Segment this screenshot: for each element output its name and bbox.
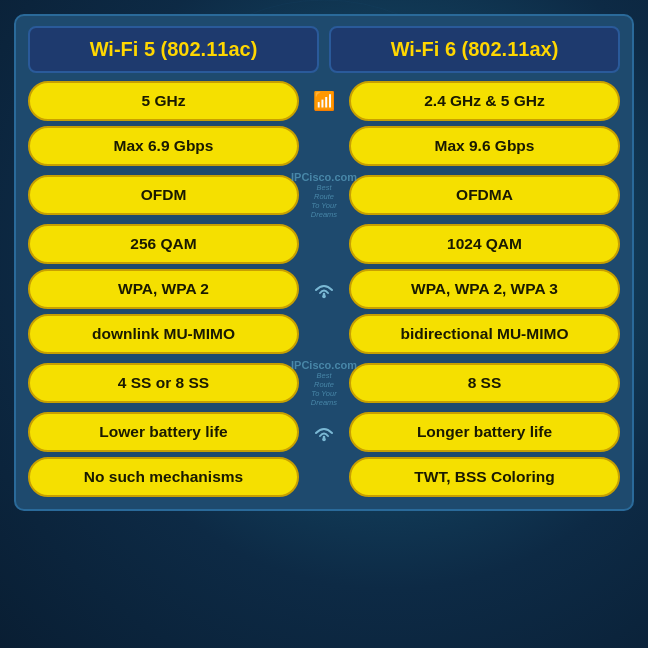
watermark-brand-1: IPCisco.com [291, 171, 357, 183]
comparison-table: 5 GHz 📶 2.4 GHz & 5 GHz Max 6.9 Gbps Max… [28, 81, 620, 497]
cell-wifi6-ofdma: OFDMA [349, 175, 620, 215]
cell-wifi6-wpa: WPA, WPA 2, WPA 3 [349, 269, 620, 309]
main-container: Wi-Fi 5 (802.11ac) Wi-Fi 6 (802.11ax) 5 … [14, 14, 634, 511]
cell-wifi5-ss: 4 SS or 8 SS [28, 363, 299, 403]
cell-wifi5-ofdm: OFDM [28, 175, 299, 215]
cell-wifi5-speed: Max 6.9 Gbps [28, 126, 299, 166]
wifi-icon-0: 📶 [313, 92, 335, 110]
cell-wifi6-battery: Longer battery life [349, 412, 620, 452]
cell-wifi5-qam: 256 QAM [28, 224, 299, 264]
row-ss: 4 SS or 8 SS IPCisco.com Best Route To Y… [28, 359, 620, 407]
watermark-tagline-1: Best Route To Your Dreams [309, 183, 339, 219]
cell-wifi6-frequency: 2.4 GHz & 5 GHz [349, 81, 620, 121]
watermark-tagline-2: Best Route To Your Dreams [309, 371, 339, 407]
row-wpa: WPA, WPA 2 WPA, WPA 2, WPA 3 [28, 269, 620, 309]
svg-point-21 [322, 438, 326, 442]
cell-wifi6-ss: 8 SS [349, 363, 620, 403]
cell-wifi5-frequency: 5 GHz [28, 81, 299, 121]
row-battery: Lower battery life Longer battery life [28, 412, 620, 452]
row-speed: Max 6.9 Gbps Max 9.6 Gbps [28, 126, 620, 166]
row-mumimo: downlink MU-MIMO bidirectional MU-MIMO [28, 314, 620, 354]
cell-wifi6-mumimo: bidirectional MU-MIMO [349, 314, 620, 354]
cell-wifi6-qam: 1024 QAM [349, 224, 620, 264]
wifi6-header: Wi-Fi 6 (802.11ax) [329, 26, 620, 73]
cell-wifi6-mechanisms: TWT, BSS Coloring [349, 457, 620, 497]
cell-wifi5-battery: Lower battery life [28, 412, 299, 452]
row-mechanisms: No such mechanisms TWT, BSS Coloring [28, 457, 620, 497]
row-ofdm: OFDM IPCisco.com Best Route To Your Drea… [28, 171, 620, 219]
header-row: Wi-Fi 5 (802.11ac) Wi-Fi 6 (802.11ax) [28, 26, 620, 73]
wifi-icon-7 [311, 421, 337, 443]
watermark-brand-2: IPCisco.com [291, 359, 357, 371]
cell-wifi5-wpa: WPA, WPA 2 [28, 269, 299, 309]
cell-wifi5-mumimo: downlink MU-MIMO [28, 314, 299, 354]
cell-wifi5-mechanisms: No such mechanisms [28, 457, 299, 497]
row-qam: 256 QAM 1024 QAM [28, 224, 620, 264]
wifi-icon-4 [311, 278, 337, 300]
row-frequency: 5 GHz 📶 2.4 GHz & 5 GHz [28, 81, 620, 121]
cell-wifi6-speed: Max 9.6 Gbps [349, 126, 620, 166]
svg-point-20 [322, 295, 326, 299]
wifi5-header: Wi-Fi 5 (802.11ac) [28, 26, 319, 73]
